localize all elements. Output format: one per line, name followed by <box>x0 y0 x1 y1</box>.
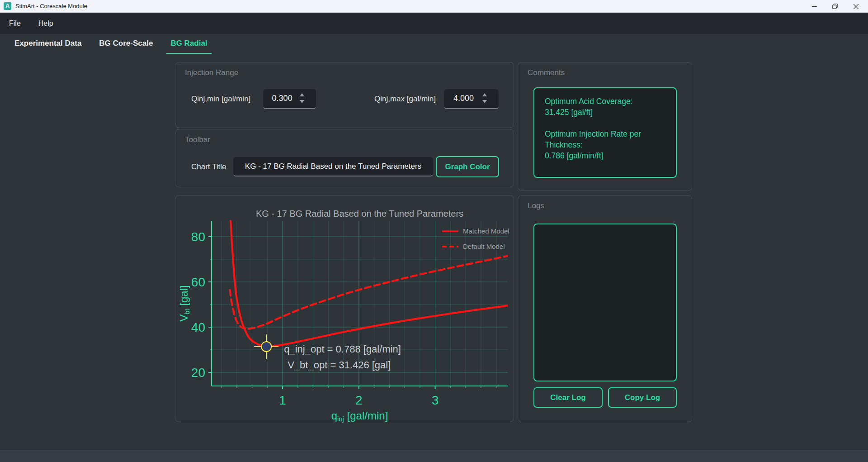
qinj-min-label: Qinj,min [gal/min] <box>191 89 250 109</box>
copy-log-button[interactable]: Copy Log <box>608 387 677 408</box>
clear-log-button[interactable]: Clear Log <box>533 387 603 408</box>
window-title: StimArt - Corescale Module <box>15 3 87 10</box>
status-bar <box>0 449 868 462</box>
spin-up-icon[interactable] <box>482 93 487 96</box>
comments-text: Optimum Acid Coverage: 31.425 [gal/ft] O… <box>533 87 677 178</box>
close-button[interactable] <box>845 0 866 13</box>
minimize-button[interactable] <box>804 0 825 13</box>
svg-text:KG - 17 BG Radial Based on the: KG - 17 BG Radial Based on the Tuned Par… <box>256 209 463 219</box>
bg-radial-chart: 12320406080KG - 17 BG Radial Based on th… <box>175 195 514 423</box>
qinj-min-value: 0.300 <box>263 89 301 107</box>
toolbar-group: Toolbar Chart Title KG - 17 BG Radial Ba… <box>175 129 514 187</box>
minimize-icon <box>812 4 817 9</box>
chart-group: 12320406080KG - 17 BG Radial Based on th… <box>175 195 514 422</box>
injection-range-title: Injection Range <box>185 68 238 77</box>
svg-text:qinj [gal/min]: qinj [gal/min] <box>331 410 388 423</box>
titlebar: A StimArt - Corescale Module <box>0 0 868 13</box>
menu-help[interactable]: Help <box>36 18 56 29</box>
toolbar-title: Toolbar <box>185 135 210 144</box>
tab-bg-radial[interactable]: BG Radial <box>166 34 211 54</box>
tabbar: Experimental Data BG Core-Scale BG Radia… <box>0 34 868 54</box>
logs-title: Logs <box>528 201 544 210</box>
graph-color-button[interactable]: Graph Color <box>436 156 499 177</box>
tab-bg-core-scale[interactable]: BG Core-Scale <box>95 34 157 54</box>
log-output[interactable] <box>533 224 677 381</box>
svg-text:Matched Model: Matched Model <box>463 227 509 235</box>
chart-title-label: Chart Title <box>191 157 226 177</box>
spin-up-icon[interactable] <box>300 93 304 96</box>
injection-range-group: Injection Range Qinj,min [gal/min] 0.300… <box>175 62 514 128</box>
svg-text:q_inj_opt = 0.788 [gal/min]: q_inj_opt = 0.788 [gal/min] <box>284 343 401 355</box>
svg-text:1: 1 <box>279 393 286 407</box>
window-controls <box>804 0 866 13</box>
svg-text:80: 80 <box>191 230 205 244</box>
comments-title: Comments <box>528 68 565 77</box>
tab-experimental-data[interactable]: Experimental Data <box>10 34 85 54</box>
close-icon <box>854 4 859 9</box>
qinj-min-spinbox[interactable]: 0.300 <box>263 89 316 109</box>
svg-text:V_bt_opt = 31.426 [gal]: V_bt_opt = 31.426 [gal] <box>288 359 391 371</box>
spin-down-icon[interactable] <box>482 100 487 103</box>
svg-text:2: 2 <box>355 393 363 407</box>
svg-text:40: 40 <box>191 320 205 334</box>
svg-text:20: 20 <box>191 366 205 380</box>
comments-group: Comments Optimum Acid Coverage: 31.425 [… <box>518 62 692 191</box>
svg-text:60: 60 <box>191 275 205 289</box>
qinj-max-spinbox[interactable]: 4.000 <box>444 89 499 109</box>
svg-text:Vbt [gal]: Vbt [gal] <box>178 285 191 321</box>
qinj-max-label: Qinj,max [gal/min] <box>374 89 436 109</box>
qinj-max-value: 4.000 <box>444 89 483 107</box>
restore-button[interactable] <box>825 0 845 13</box>
svg-text:Default Model: Default Model <box>463 243 505 250</box>
chart-title-input[interactable]: KG - 17 BG Radial Based on the Tuned Par… <box>233 157 433 176</box>
spin-down-icon[interactable] <box>300 100 304 103</box>
menu-file[interactable]: File <box>6 18 24 29</box>
restore-icon <box>832 4 838 9</box>
app-icon: A <box>4 2 11 10</box>
svg-text:3: 3 <box>432 393 439 407</box>
menubar: File Help <box>0 13 868 34</box>
logs-group: Logs Clear Log Copy Log <box>518 195 692 422</box>
